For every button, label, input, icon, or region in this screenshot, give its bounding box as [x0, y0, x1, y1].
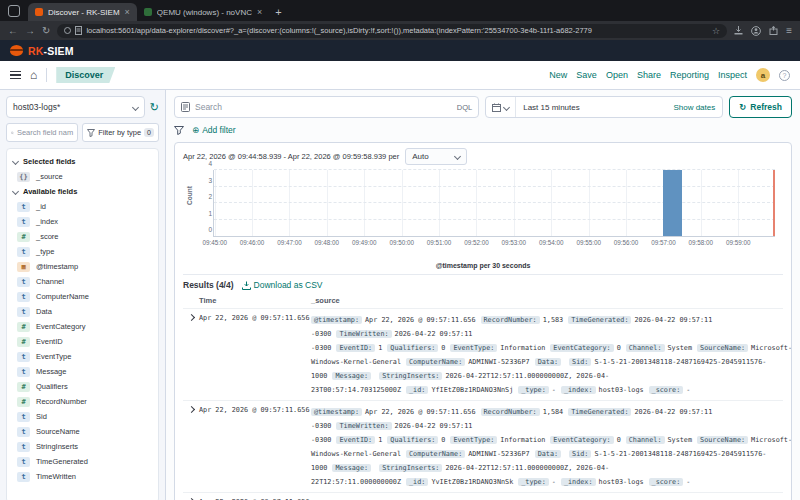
- breadcrumb[interactable]: Discover: [56, 67, 115, 83]
- field-item-_score[interactable]: #_score: [11, 229, 154, 244]
- x-gridline: [327, 170, 328, 236]
- results-count: Results (4/4): [183, 280, 234, 290]
- histogram-bar[interactable]: [663, 170, 682, 236]
- time-range-value[interactable]: Last 15 minutes: [516, 103, 666, 112]
- field-key-badge: TimeWritten:: [336, 422, 391, 430]
- field-item-RecordNumber[interactable]: #RecordNumber: [11, 394, 154, 409]
- field-key-badge: SourceName:: [697, 436, 748, 444]
- interval-select[interactable]: Auto: [405, 148, 467, 165]
- x-tick-label: 09:53:00: [502, 239, 527, 246]
- url-field[interactable]: localhost:5601/app/data-explorer/discove…: [57, 24, 727, 38]
- field-name: Data: [36, 307, 52, 316]
- back-icon[interactable]: ←: [8, 26, 18, 36]
- field-item-_index[interactable]: t_index: [11, 214, 154, 229]
- field-value: Information: [500, 344, 545, 352]
- download-icon[interactable]: [734, 26, 743, 35]
- field-item-TimeWritten[interactable]: tTimeWritten: [11, 469, 154, 484]
- new-tab-button[interactable]: +: [275, 6, 281, 18]
- field-item-ComputerName[interactable]: tComputerName: [11, 289, 154, 304]
- qemu-favicon: [144, 8, 152, 16]
- field-item-_id[interactable]: t_id: [11, 199, 154, 214]
- histogram-chart[interactable]: Count 09:45:0009:46:0009:47:0009:48:0009…: [183, 168, 783, 250]
- row-expander[interactable]: [183, 313, 199, 397]
- x-gridline: [589, 170, 590, 236]
- field-type-number-icon: #: [17, 337, 30, 347]
- field-key-badge: ComputerName:: [406, 450, 465, 458]
- add-filter-button[interactable]: ⊕ Add filter: [192, 125, 236, 135]
- open-button[interactable]: Open: [606, 70, 628, 80]
- field-type-string-icon: t: [17, 292, 30, 302]
- browser-tab-qemu[interactable]: QEMU (windows) - noVNC ×: [137, 3, 269, 21]
- available-fields-header[interactable]: Available fields: [11, 184, 154, 199]
- field-item-Sid[interactable]: tSid: [11, 409, 154, 424]
- field-item-Data[interactable]: tData: [11, 304, 154, 319]
- x-gridline: [364, 170, 365, 236]
- site-info-icon[interactable]: [64, 27, 71, 34]
- reload-icon[interactable]: ↻: [42, 26, 50, 36]
- source-column-header: _source: [311, 296, 783, 305]
- download-csv-button[interactable]: Download as CSV: [242, 280, 323, 290]
- avatar[interactable]: a: [756, 68, 770, 82]
- field-key-badge: Qualifiers:: [387, 344, 438, 352]
- field-key-badge: _index:: [561, 386, 596, 394]
- reporting-button[interactable]: Reporting: [670, 70, 709, 80]
- x-tick-label: 09:48:00: [315, 239, 340, 246]
- field-name: _id: [36, 202, 46, 211]
- calendar-dropdown-button[interactable]: [486, 97, 516, 117]
- search-input[interactable]: Search DQL: [174, 96, 479, 118]
- tab-close-icon[interactable]: ×: [125, 7, 130, 17]
- y-gridline: [214, 202, 775, 203]
- home-icon[interactable]: ⌂: [30, 69, 37, 81]
- field-value: 0: [441, 344, 445, 352]
- selected-fields-header[interactable]: Selected fields: [11, 154, 154, 169]
- field-value: System: [668, 344, 693, 352]
- field-item-EventID[interactable]: #EventID: [11, 334, 154, 349]
- save-button[interactable]: Save: [576, 70, 597, 80]
- refresh-button[interactable]: ↻ Refresh: [729, 96, 792, 118]
- browser-menu-icon[interactable]: ≡: [786, 26, 792, 36]
- browser-tab-discover[interactable]: Discover - RK-SIEM ×: [28, 3, 137, 21]
- filter-icon[interactable]: [174, 126, 184, 135]
- show-dates-button[interactable]: Show dates: [666, 103, 722, 112]
- field-item-Qualifiers[interactable]: #Qualifiers: [11, 379, 154, 394]
- x-tick-label: 09:46:00: [240, 239, 265, 246]
- field-item-EventType[interactable]: tEventType: [11, 349, 154, 364]
- help-icon[interactable]: ?: [779, 70, 790, 81]
- fields-panel: Selected fields {}_source Available fiel…: [6, 148, 159, 500]
- refresh-fields-icon[interactable]: ↻: [150, 101, 159, 114]
- field-item-StringInserts[interactable]: tStringInserts: [11, 439, 154, 454]
- field-item-_source[interactable]: {}_source: [11, 169, 154, 184]
- field-item-Channel[interactable]: tChannel: [11, 274, 154, 289]
- x-gridline: [439, 170, 440, 236]
- divider: [46, 68, 47, 82]
- field-item-SourceName[interactable]: tSourceName: [11, 424, 154, 439]
- new-button[interactable]: New: [549, 70, 567, 80]
- time-column-header[interactable]: Time: [199, 296, 311, 305]
- x-gridline: [215, 170, 216, 236]
- bookmark-star-icon[interactable]: ☆: [712, 26, 720, 36]
- share-icon[interactable]: [769, 26, 778, 35]
- field-key-badge: StringInserts:: [379, 464, 442, 472]
- inspect-button[interactable]: Inspect: [718, 70, 747, 80]
- filter-by-type-button[interactable]: Filter by type 0: [82, 123, 159, 142]
- share-button[interactable]: Share: [637, 70, 661, 80]
- search-field-input[interactable]: Search field nam: [6, 123, 78, 142]
- tab-close-icon[interactable]: ×: [257, 7, 262, 17]
- field-name: TimeWritten: [36, 472, 76, 481]
- profile-icon[interactable]: [751, 26, 761, 36]
- chevron-right-icon: [187, 406, 194, 413]
- field-item-_type[interactable]: t_type: [11, 244, 154, 259]
- field-key-badge: @timestamp:: [311, 316, 362, 324]
- field-item-TimeGenerated[interactable]: tTimeGenerated: [11, 454, 154, 469]
- index-pattern-select[interactable]: host03-logs*: [6, 96, 145, 118]
- field-item-EventCategory[interactable]: #EventCategory: [11, 319, 154, 334]
- query-language-toggle[interactable]: DQL: [457, 103, 472, 112]
- menu-icon[interactable]: [10, 71, 21, 80]
- row-expander[interactable]: [183, 405, 199, 489]
- window-control-icon[interactable]: [8, 5, 20, 17]
- chevron-right-icon: [187, 314, 194, 321]
- forward-icon[interactable]: →: [25, 26, 35, 36]
- chevron-down-icon: [132, 103, 139, 110]
- field-item-Message[interactable]: tMessage: [11, 364, 154, 379]
- field-item-@timestamp[interactable]: ▦@timestamp: [11, 259, 154, 274]
